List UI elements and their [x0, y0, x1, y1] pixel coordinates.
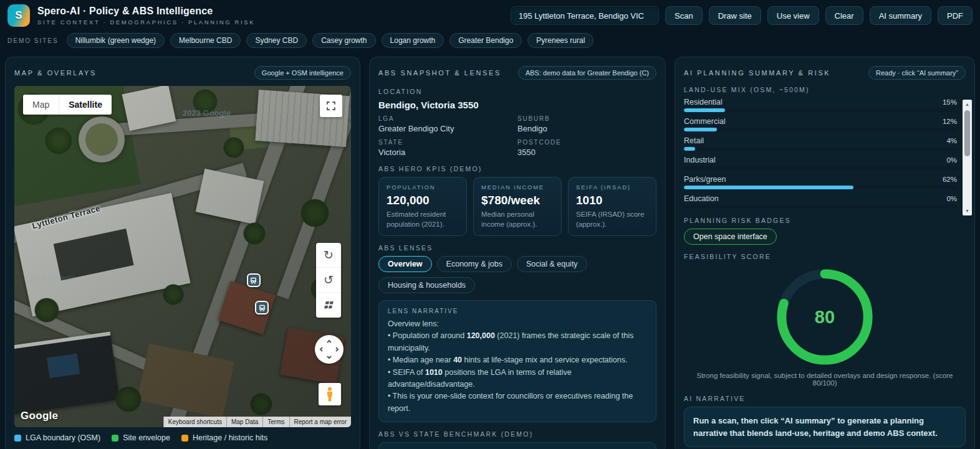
- title-block: Spero-AI · Policy & ABS Intelligence SIT…: [37, 6, 503, 26]
- field-postcode: POSTCODE 3550: [517, 139, 656, 157]
- landuse-bar-track: [684, 128, 957, 131]
- lens-bullet: • This is your one-slide context for cou…: [388, 390, 647, 415]
- abs-panel-header: ABS SNAPSHOT & LENSES ABS: demo data for…: [378, 66, 656, 80]
- field-value: Greater Bendigo City: [378, 124, 517, 133]
- landuse-label: Commercial: [684, 117, 726, 126]
- map-panel: MAP & OVERLAYS Google + OSM intelligence: [5, 57, 360, 449]
- tab-overview[interactable]: Overview: [378, 256, 432, 272]
- keyboard-shortcuts-link[interactable]: Keyboard shortcuts: [163, 417, 226, 427]
- kpi-label: MEDIAN INCOME: [481, 184, 554, 191]
- field-value: 3550: [517, 148, 656, 157]
- bus-stop-marker[interactable]: [247, 273, 261, 287]
- field-label: STATE: [378, 139, 517, 146]
- ai-panel: AI PLANNING SUMMARY & RISK Ready · click…: [675, 57, 975, 449]
- satellite-imagery: [14, 86, 351, 427]
- map-panel-title: MAP & OVERLAYS: [14, 69, 97, 77]
- lens-narrative-box: LENS NARRATIVE Overview lens: • Populati…: [378, 300, 656, 422]
- tab-economy-jobs[interactable]: Economy & jobs: [437, 256, 512, 272]
- app-subtitle: SITE CONTEXT · DEMOGRAPHICS · PLANNING R…: [37, 19, 503, 26]
- ai-narrative-box: Run a scan, then click “AI summary” to g…: [684, 407, 966, 447]
- app-title: Spero-AI · Policy & ABS Intelligence: [37, 6, 503, 17]
- kpi-desc: Estimated resident population (2021).: [387, 210, 459, 229]
- tab-social-equity[interactable]: Social & equity: [517, 256, 587, 272]
- landuse-pct: 62%: [943, 176, 957, 183]
- pegman-button[interactable]: [319, 383, 341, 405]
- ai-panel-header: AI PLANNING SUMMARY & RISK Ready · click…: [684, 66, 966, 80]
- scroll-down-icon[interactable]: ▼: [963, 206, 972, 215]
- landuse-bar-track: [684, 205, 957, 209]
- legend-label: LGA boundary (OSM): [26, 433, 100, 442]
- demo-sites-row: DEMO SITES Nillumbik (green wedge) Melbo…: [0, 29, 980, 49]
- terms-link[interactable]: Terms: [262, 417, 289, 427]
- demo-chip-greater-bendigo[interactable]: Greater Bendigo: [449, 33, 522, 48]
- tab-housing-households[interactable]: Housing & households: [378, 277, 475, 293]
- location-heading: LOCATION: [378, 88, 656, 95]
- google-logo[interactable]: Google: [21, 410, 58, 422]
- legend-label: Site envelope: [123, 433, 170, 442]
- demo-chip-sydney-cbd[interactable]: Sydney CBD: [246, 33, 307, 48]
- benchmark-box: Median income vs demo state baseline Loc…: [378, 442, 656, 449]
- rotate-counterclockwise-button[interactable]: ↺: [316, 268, 341, 293]
- landuse-label: Residential: [684, 98, 723, 106]
- top-bar: S Spero-AI · Policy & ABS Intelligence S…: [0, 0, 980, 29]
- scrollbar-thumb[interactable]: [964, 110, 970, 156]
- demo-chip-melbourne-cbd[interactable]: Melbourne CBD: [170, 33, 241, 48]
- report-error-link[interactable]: Report a map error: [289, 417, 351, 427]
- kpi-median-income: MEDIAN INCOME $780/week Median personal …: [473, 177, 562, 236]
- use-view-button[interactable]: Use view: [767, 6, 819, 25]
- kpi-desc: SEIFA (IRSAD) score (approx.).: [576, 210, 648, 229]
- field-label: LGA: [378, 115, 517, 122]
- pan-control[interactable]: [315, 335, 343, 364]
- map-attribution: Keyboard shortcuts Map Data Terms Report…: [163, 417, 351, 427]
- ai-narrative-heading: AI NARRATIVE: [684, 395, 966, 402]
- lens-narrative-heading: LENS NARRATIVE: [388, 308, 647, 314]
- demo-chip-nillumbik[interactable]: Nillumbik (green wedge): [67, 33, 165, 48]
- feasibility-gauge: 80: [684, 265, 966, 369]
- abs-panel: ABS SNAPSHOT & LENSES ABS: demo data for…: [369, 57, 666, 449]
- demo-chip-logan-growth[interactable]: Logan growth: [382, 33, 444, 48]
- fullscreen-icon: [325, 100, 337, 111]
- pdf-button[interactable]: PDF: [938, 6, 973, 25]
- satellite-map[interactable]: Lyttleton Terrace 2023 Google 2023 Googl…: [14, 86, 351, 427]
- demo-chip-casey-growth[interactable]: Casey growth: [312, 33, 375, 48]
- scan-button[interactable]: Scan: [665, 6, 703, 25]
- landuse-bar-track: [684, 108, 957, 112]
- rotate-clockwise-button[interactable]: ↻: [316, 243, 341, 268]
- tilt-button[interactable]: [316, 293, 341, 318]
- lenses-heading: ABS LENSES: [378, 244, 656, 252]
- address-input[interactable]: [511, 6, 659, 25]
- draw-site-button[interactable]: Draw site: [709, 6, 761, 25]
- pan-arrows-icon: [319, 339, 340, 360]
- landuse-row-commercial: Commercial12%: [684, 117, 957, 131]
- top-controls: Scan Draw site Use view Clear AI summary…: [511, 6, 973, 25]
- ai-summary-button[interactable]: AI summary: [870, 6, 931, 25]
- kpi-value: 1010: [576, 194, 648, 207]
- panel-scrollbar[interactable]: ▲ ▼: [963, 100, 972, 215]
- map-type-satellite-button[interactable]: Satellite: [59, 95, 112, 115]
- bus-icon: [258, 304, 266, 312]
- kpis-heading: ABS HERO KPIS (DEMO): [378, 165, 656, 173]
- map-type-map-button[interactable]: Map: [23, 95, 59, 115]
- pegman-icon: [325, 387, 335, 402]
- bus-stop-marker[interactable]: [255, 301, 269, 314]
- landuse-heading: LAND-USE MIX (OSM, ~500M): [684, 86, 957, 93]
- google-watermark-2: 2023 Google: [28, 273, 76, 283]
- demo-chip-pyrenees-rural[interactable]: Pyrenees rural: [527, 33, 593, 48]
- scroll-up-icon[interactable]: ▲: [963, 100, 972, 109]
- site-envelope-swatch: [112, 435, 118, 442]
- map-panel-header: MAP & OVERLAYS Google + OSM intelligence: [14, 66, 351, 80]
- landuse-bar-fill: [684, 108, 725, 112]
- ai-narrative-text: Run a scan, then click “AI summary” to g…: [693, 415, 956, 439]
- map-data-link[interactable]: Map Data: [226, 417, 262, 427]
- kpi-cards: POPULATION 120,000 Estimated resident po…: [378, 177, 656, 236]
- location-fields: LGA Greater Bendigo City SUBURB Bendigo …: [378, 115, 656, 157]
- clear-button[interactable]: Clear: [825, 6, 863, 25]
- landuse-section: LAND-USE MIX (OSM, ~500M) Residential15%…: [684, 86, 966, 209]
- landuse-pct: 15%: [943, 98, 957, 106]
- legend-site-envelope: Site envelope: [112, 433, 170, 442]
- heritage-swatch: [181, 435, 188, 442]
- fullscreen-button[interactable]: [320, 95, 342, 117]
- lens-bullet: • Median age near 40 hints at life-stage…: [388, 354, 647, 366]
- field-label: POSTCODE: [517, 139, 656, 146]
- landuse-label: Retail: [684, 136, 704, 145]
